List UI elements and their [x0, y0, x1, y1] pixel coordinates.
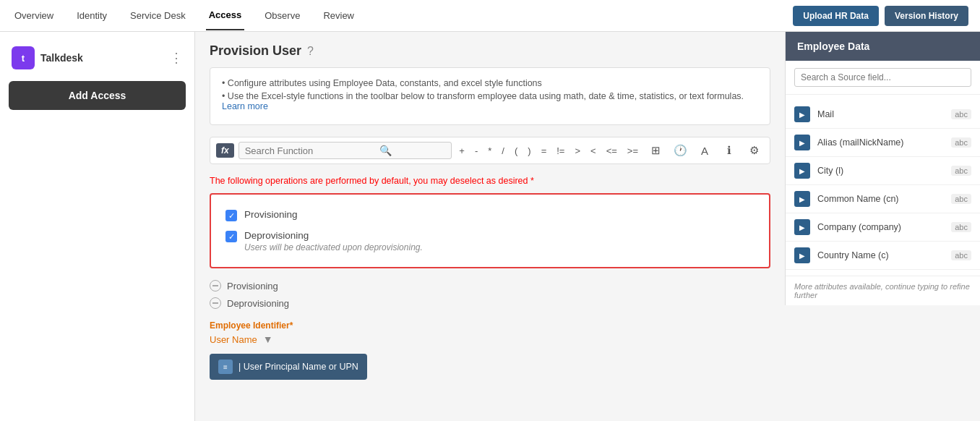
employee-identifier-group: Employee Identifier* User Name ▼: [210, 320, 770, 345]
field-name-company[interactable]: Company (company): [817, 222, 944, 232]
ep-field-city: ▶ City (l) abc: [786, 157, 980, 185]
field-name-mail[interactable]: Mail: [817, 109, 944, 119]
field-icon-country: ▶: [794, 247, 810, 263]
brand-name: Talkdesk: [40, 52, 83, 64]
op-less-equal[interactable]: <=: [603, 144, 620, 158]
formula-toolbar: fx 🔍 + - * / ( ) = != > < <= >= ⊞ 🕐 A: [210, 137, 770, 164]
ep-field-country: ▶ Country Name (c) abc: [786, 242, 980, 270]
employee-panel-search: [786, 61, 980, 95]
field-type-mail: abc: [951, 109, 971, 119]
settings-icon[interactable]: ⚙: [744, 140, 764, 161]
minus-circle-icon-2: [210, 297, 221, 309]
section-deprovisioning-label: Deprovisioning: [227, 298, 289, 309]
provisioning-checkbox[interactable]: ✓: [225, 210, 237, 221]
field-name-alias[interactable]: Alias (mailNickName): [817, 137, 944, 148]
employee-identifier-value: User Name: [210, 334, 257, 345]
op-close-paren[interactable]: ): [525, 144, 533, 158]
sidebar-brand: t Talkdesk ⋮: [9, 41, 186, 81]
upn-icon: ≡: [218, 360, 233, 374]
deprovisioning-label-wrap: Deprovisioning Users will be deactivated…: [244, 230, 423, 252]
op-open-paren[interactable]: (: [512, 144, 520, 158]
ep-field-cn: ▶ Common Name (cn) abc: [786, 185, 980, 213]
section-items: Provisioning Deprovisioning: [210, 280, 770, 309]
version-history-button[interactable]: Version History: [885, 6, 968, 26]
nav-access[interactable]: Access: [206, 1, 245, 30]
dropdown-arrow-icon: ▼: [263, 333, 273, 345]
field-icon-mail: ▶: [794, 106, 810, 122]
op-greater[interactable]: >: [572, 144, 583, 158]
sidebar: t Talkdesk ⋮ Add Access: [0, 32, 195, 421]
ep-field-mail: ▶ Mail abc: [786, 101, 980, 129]
op-not-equals[interactable]: !=: [554, 144, 567, 158]
field-type-country: abc: [951, 250, 971, 260]
field-icon-alias: ▶: [794, 135, 810, 150]
main-content: Provision User ? Configure attributes us…: [195, 32, 785, 421]
required-marker: *: [530, 176, 534, 186]
brand-icon: t: [12, 46, 35, 69]
more-options-icon[interactable]: ⋮: [170, 50, 183, 66]
provisioning-label-wrap: Provisioning: [244, 209, 298, 220]
section-provisioning-label: Provisioning: [227, 281, 278, 292]
deprovisioning-checkbox-row: ✓ Deprovisioning Users will be deactivat…: [225, 230, 755, 252]
field-type-city: abc: [951, 166, 971, 176]
nav-review[interactable]: Review: [320, 1, 357, 30]
nav-identity[interactable]: Identity: [74, 1, 110, 30]
section-item-deprovisioning: Deprovisioning: [210, 297, 770, 309]
nav-items: Overview Identity Service Desk Access Ob…: [12, 1, 793, 30]
info-icon[interactable]: ℹ: [719, 140, 739, 161]
op-divide[interactable]: /: [499, 144, 507, 158]
info-box: Configure attributes using Employee Data…: [210, 67, 770, 125]
field-name-cn[interactable]: Common Name (cn): [817, 194, 944, 204]
employee-panel: Employee Data ▶ Mail abc ▶ Alias (mailNi…: [785, 32, 980, 305]
op-equals[interactable]: =: [538, 144, 550, 158]
ep-field-company: ▶ Company (company) abc: [786, 213, 980, 242]
field-icon-city: ▶: [794, 163, 810, 179]
info-line-2: Use the Excel-style functions in the too…: [222, 91, 758, 111]
ep-field-alias: ▶ Alias (mailNickName) abc: [786, 129, 980, 157]
field-type-company: abc: [951, 222, 971, 232]
nav-overview[interactable]: Overview: [12, 1, 56, 30]
upload-hr-data-button[interactable]: Upload HR Data: [793, 6, 879, 26]
nav-service-desk[interactable]: Service Desk: [127, 1, 189, 30]
page-header: Provision User ?: [210, 43, 770, 59]
employee-data-panel: Employee Data ▶ Mail abc ▶ Alias (mailNi…: [785, 32, 980, 421]
operations-note: The following operations are performed b…: [210, 176, 770, 186]
field-name-country[interactable]: Country Name (c): [817, 250, 944, 260]
layout: t Talkdesk ⋮ Add Access Provision User ?…: [0, 32, 980, 421]
op-multiply[interactable]: *: [485, 144, 494, 158]
clock-icon[interactable]: 🕐: [670, 140, 690, 161]
op-minus[interactable]: -: [472, 144, 481, 158]
search-function-input[interactable]: [245, 145, 375, 156]
nav-actions: Upload HR Data Version History: [793, 6, 968, 26]
op-less[interactable]: <: [588, 144, 599, 158]
top-nav: Overview Identity Service Desk Access Ob…: [0, 0, 980, 32]
deprovisioning-sublabel: Users will be deactivated upon deprovisi…: [244, 242, 423, 252]
help-icon[interactable]: ?: [307, 45, 314, 58]
text-icon[interactable]: A: [695, 140, 715, 161]
learn-more-link[interactable]: Learn more: [222, 101, 268, 111]
op-plus[interactable]: +: [456, 144, 468, 158]
employee-fields-list: ▶ Mail abc ▶ Alias (mailNickName) abc ▶: [786, 95, 980, 276]
employee-search-input[interactable]: [794, 68, 971, 87]
employee-panel-footer: More attributes available, continue typi…: [786, 276, 980, 305]
grid-icon[interactable]: ⊞: [645, 140, 666, 161]
fx-badge: fx: [216, 143, 234, 158]
field-icon-cn: ▶: [794, 191, 810, 207]
deprovisioning-checkbox[interactable]: ✓: [225, 231, 237, 242]
provisioning-label: Provisioning: [244, 209, 298, 220]
field-type-alias: abc: [951, 137, 971, 148]
nav-observe[interactable]: Observe: [262, 1, 303, 30]
upn-icon-inner: ≡: [223, 363, 228, 371]
search-function-wrap: 🔍: [238, 142, 452, 159]
search-icon: 🔍: [379, 145, 392, 156]
add-access-button[interactable]: Add Access: [9, 81, 186, 110]
field-name-city[interactable]: City (l): [817, 166, 944, 176]
provisioning-checkbox-row: ✓ Provisioning: [225, 209, 755, 221]
op-greater-equal[interactable]: >=: [624, 144, 641, 158]
employee-identifier-select[interactable]: User Name ▼: [210, 333, 770, 345]
employee-identifier-label: Employee Identifier*: [210, 320, 770, 331]
toolbar-operators: + - * / ( ) = != > < <= >=: [456, 144, 641, 158]
upn-field[interactable]: ≡ | User Principal Name or UPN: [210, 354, 367, 380]
operations-box: ✓ Provisioning ✓ Deprovisioning Users wi…: [210, 193, 770, 268]
check-icon: ✓: [228, 211, 235, 221]
